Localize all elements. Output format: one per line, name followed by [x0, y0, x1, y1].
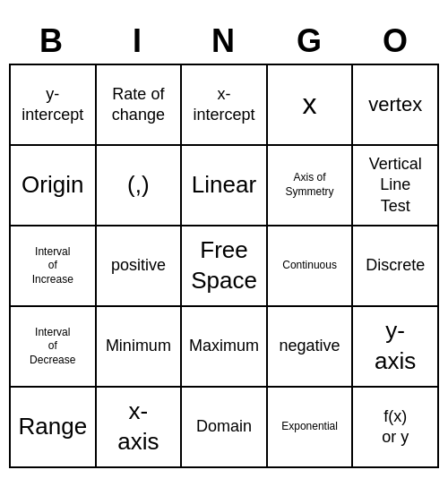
- bingo-cell-18: negative: [268, 307, 354, 388]
- bingo-cell-22: Domain: [182, 388, 268, 468]
- cell-text-14: Discrete: [366, 255, 425, 276]
- header-letter-b: B: [9, 19, 95, 64]
- cell-text-19: y-axis: [375, 316, 416, 377]
- bingo-cell-16: Minimum: [97, 307, 183, 388]
- cell-text-0: y-intercept: [22, 84, 83, 126]
- cell-text-18: negative: [280, 336, 340, 356]
- bingo-cell-7: Linear: [182, 146, 268, 226]
- cell-text-7: Linear: [192, 170, 256, 201]
- cell-text-15: IntervalofDecrease: [30, 326, 75, 368]
- bingo-cell-8: Axis ofSymmetry: [268, 146, 354, 226]
- bingo-header: BINGO: [9, 19, 439, 64]
- bingo-cell-5: Origin: [11, 146, 97, 226]
- bingo-grid: y-interceptRate ofchangex-interceptxvert…: [9, 64, 439, 468]
- bingo-card: BINGO y-interceptRate ofchangex-intercep…: [9, 19, 439, 468]
- bingo-cell-23: Exponential: [268, 388, 354, 468]
- cell-text-11: positive: [111, 255, 166, 276]
- bingo-cell-21: x-axis: [97, 388, 183, 468]
- bingo-cell-3: x: [268, 65, 354, 146]
- cell-text-24: f(x)or y: [382, 406, 409, 449]
- cell-text-22: Domain: [196, 416, 252, 437]
- cell-text-9: VerticalLineTest: [369, 154, 422, 217]
- bingo-cell-17: Maximum: [182, 307, 268, 388]
- bingo-cell-6: (,): [97, 146, 183, 226]
- bingo-cell-12: FreeSpace: [182, 226, 268, 307]
- header-letter-g: G: [267, 19, 353, 64]
- cell-text-8: Axis ofSymmetry: [286, 171, 334, 199]
- cell-text-1: Rate ofchange: [112, 84, 165, 126]
- bingo-cell-4: vertex: [353, 65, 439, 146]
- cell-text-17: Maximum: [189, 336, 259, 356]
- cell-text-20: Range: [18, 412, 87, 442]
- bingo-cell-10: IntervalofIncrease: [11, 226, 97, 307]
- cell-text-3: x: [303, 86, 317, 124]
- cell-text-21: x-axis: [117, 397, 159, 457]
- bingo-cell-13: Continuous: [268, 226, 354, 307]
- bingo-cell-1: Rate ofchange: [97, 65, 183, 146]
- bingo-cell-24: f(x)or y: [353, 388, 439, 468]
- cell-text-16: Minimum: [106, 336, 171, 356]
- bingo-cell-15: IntervalofDecrease: [11, 307, 97, 388]
- bingo-cell-19: y-axis: [353, 307, 439, 388]
- cell-text-12: FreeSpace: [191, 235, 257, 296]
- bingo-cell-20: Range: [11, 388, 97, 468]
- bingo-cell-9: VerticalLineTest: [353, 146, 439, 226]
- cell-text-5: Origin: [22, 170, 83, 201]
- cell-text-13: Continuous: [282, 259, 337, 273]
- bingo-cell-0: y-intercept: [11, 65, 97, 146]
- cell-text-4: vertex: [368, 92, 422, 118]
- cell-text-6: (,): [127, 170, 150, 201]
- header-letter-n: N: [181, 19, 267, 64]
- cell-text-2: x-intercept: [193, 84, 254, 126]
- header-letter-i: I: [95, 19, 181, 64]
- header-letter-o: O: [353, 19, 439, 64]
- cell-text-10: IntervalofIncrease: [32, 245, 73, 287]
- bingo-cell-2: x-intercept: [182, 65, 268, 146]
- bingo-cell-14: Discrete: [353, 226, 439, 307]
- cell-text-23: Exponential: [281, 420, 338, 434]
- bingo-cell-11: positive: [97, 226, 183, 307]
